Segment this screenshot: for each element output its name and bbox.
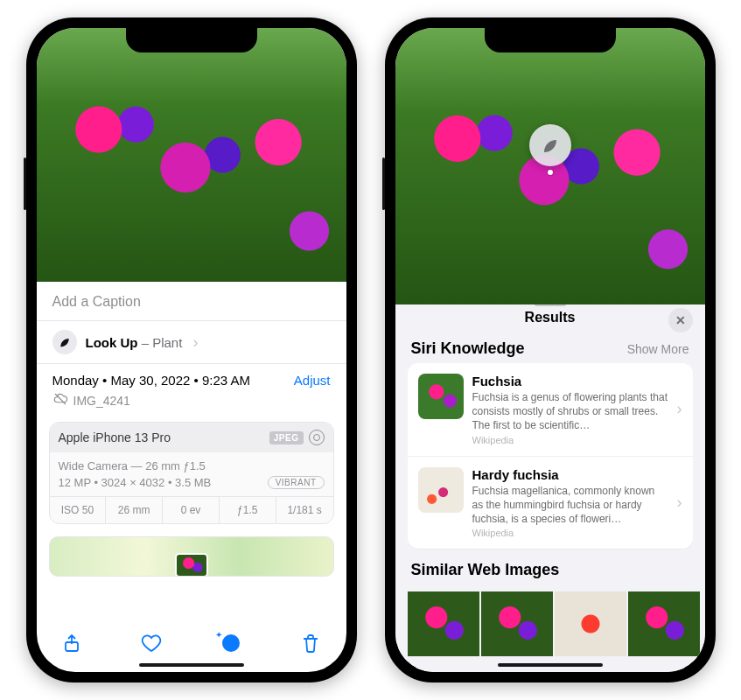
close-icon: ✕ — [675, 313, 686, 327]
knowledge-desc: Fuchsia is a genus of flowering plants t… — [472, 390, 668, 433]
exif-grid: ISO 50 26 mm 0 ev ƒ1.5 1/181 s — [50, 496, 333, 523]
results-sheet: Results ✕ Siri Knowledge Show More Fuchs… — [395, 298, 705, 672]
caption-input[interactable]: Add a Caption — [37, 282, 346, 321]
web-images-strip[interactable] — [395, 592, 705, 656]
lookup-row[interactable]: Look Up – Plant › — [37, 321, 346, 364]
photo-thumbnail[interactable] — [395, 28, 705, 304]
knowledge-thumb — [418, 467, 464, 513]
exif-iso: ISO 50 — [50, 497, 107, 523]
exif-card: Apple iPhone 13 Pro JPEG Wide Camera — 2… — [49, 422, 334, 524]
sheet-title: Results — [525, 310, 576, 326]
exif-focal: 26 mm — [106, 497, 163, 523]
date-text: Monday • May 30, 2022 • 9:23 AM — [52, 373, 250, 388]
map-thumb-icon — [175, 553, 208, 577]
map-preview[interactable] — [49, 536, 334, 577]
photo-image — [395, 28, 705, 304]
share-icon[interactable] — [61, 633, 82, 659]
notch — [126, 28, 257, 52]
adjust-button[interactable]: Adjust — [294, 373, 331, 388]
cloud-off-icon — [52, 391, 68, 410]
size-text: 12 MP • 3024 × 4032 • 3.5 MB — [59, 476, 212, 489]
lookup-dot-icon — [548, 170, 553, 175]
knowledge-desc: Fuchsia magellanica, commonly known as t… — [472, 484, 668, 527]
knowledge-title: Fuchsia — [472, 374, 668, 388]
web-image-thumb[interactable] — [481, 592, 553, 656]
chevron-right-icon: › — [677, 494, 682, 512]
phone-frame-left: Add a Caption Look Up – Plant › Monday •… — [26, 18, 357, 682]
knowledge-row-fuchsia[interactable]: Fuchsia Fuchsia is a genus of flowering … — [408, 363, 693, 457]
exif-shutter: 1/181 s — [276, 497, 333, 523]
device-text: Apple iPhone 13 Pro — [59, 430, 171, 444]
target-icon — [309, 430, 325, 445]
knowledge-title: Hardy fuchsia — [472, 467, 668, 482]
format-badge: JPEG — [269, 431, 304, 444]
sparkle-icon: ✦ — [215, 630, 222, 640]
phone-frame-right: Results ✕ Siri Knowledge Show More Fuchs… — [385, 18, 716, 682]
photo-thumbnail[interactable] — [37, 28, 346, 282]
svg-text:i: i — [229, 637, 233, 650]
screen-left: Add a Caption Look Up – Plant › Monday •… — [37, 28, 346, 672]
knowledge-source: Wikipedia — [472, 528, 668, 538]
leaf-icon — [52, 330, 77, 354]
leaf-icon — [540, 135, 561, 156]
lookup-badge[interactable] — [529, 124, 571, 166]
web-image-thumb[interactable] — [555, 592, 626, 656]
notch — [485, 28, 616, 52]
lookup-label-kind: Plant — [152, 335, 182, 350]
web-image-thumb[interactable] — [408, 592, 479, 656]
home-indicator[interactable] — [139, 663, 244, 667]
screen-right: Results ✕ Siri Knowledge Show More Fuchs… — [395, 28, 705, 672]
lens-text: Wide Camera — 26 mm ƒ1.5 — [59, 459, 325, 472]
vibrant-badge: VIBRANT — [268, 476, 325, 489]
close-button[interactable]: ✕ — [668, 308, 693, 332]
trash-icon[interactable] — [300, 633, 321, 659]
show-more-button[interactable]: Show More — [627, 342, 689, 356]
web-image-thumb[interactable] — [628, 592, 700, 656]
exif-ev: 0 ev — [163, 497, 220, 523]
date-block: Monday • May 30, 2022 • 9:23 AM Adjust I… — [37, 364, 346, 415]
info-icon[interactable]: ✦ i — [220, 633, 241, 659]
siri-knowledge-header: Siri Knowledge — [411, 340, 525, 358]
photo-image — [37, 28, 346, 282]
knowledge-row-hardy-fuchsia[interactable]: Hardy fuchsia Fuchsia magellanica, commo… — [408, 457, 693, 550]
chevron-right-icon: › — [192, 333, 198, 352]
lookup-label-sep: – — [138, 335, 153, 350]
lookup-label: Look Up – Plant — [86, 335, 183, 350]
lookup-label-bold: Look Up — [86, 335, 138, 350]
exif-fstop: ƒ1.5 — [220, 497, 276, 523]
chevron-right-icon: › — [677, 400, 682, 418]
knowledge-card: Fuchsia Fuchsia is a genus of flowering … — [408, 363, 693, 549]
knowledge-source: Wikipedia — [472, 435, 668, 445]
similar-web-images-header: Similar Web Images — [411, 561, 560, 579]
filename-text: IMG_4241 — [73, 394, 130, 408]
home-indicator[interactable] — [498, 663, 603, 667]
knowledge-thumb — [418, 374, 464, 419]
heart-icon[interactable] — [141, 633, 162, 659]
